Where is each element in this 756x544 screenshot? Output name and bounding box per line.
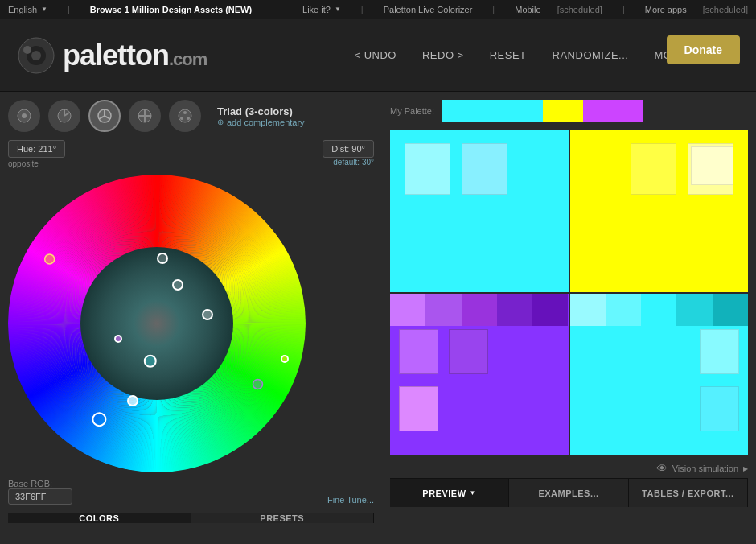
donate-button[interactable]: Donate — [667, 35, 740, 64]
right-panel: My Palette: — [382, 92, 756, 515]
swatch-row-2 — [570, 294, 749, 326]
base-rgb-row: Base RGB: Fine Tune... — [8, 479, 374, 505]
separator-3: | — [492, 5, 495, 14]
hue-label: Hue: 211° — [17, 144, 56, 154]
palette-row: My Palette: — [390, 100, 748, 122]
swatch-10 — [713, 294, 748, 326]
wheel-dot-4[interactable] — [114, 335, 122, 343]
svg-point-20 — [187, 117, 190, 120]
palette-label: My Palette: — [390, 106, 434, 116]
custom-scheme-icon[interactable] — [169, 100, 201, 132]
tables-export-tab[interactable]: TABLES / EXPORT... — [629, 479, 748, 507]
inner-square-1 — [405, 143, 451, 195]
language-label: English — [8, 5, 37, 14]
inner-square-9 — [700, 329, 739, 374]
reset-button[interactable]: RESET — [479, 43, 538, 68]
browse-link[interactable]: Browse 1 Million Design Assets (NEW) — [90, 5, 252, 14]
randomize-button[interactable]: RANDOMIZE... — [541, 43, 640, 68]
main-content: Triad (3-colors) ⊕ add complementary Hue… — [0, 92, 756, 515]
left-panel: Triad (3-colors) ⊕ add complementary Hue… — [0, 92, 382, 515]
inner-square-4 — [631, 143, 677, 195]
scheme-name: Triad (3-colors) — [217, 105, 305, 117]
language-dropdown[interactable]: English ▼ — [8, 5, 47, 14]
wheel-dot-2[interactable] — [172, 279, 183, 291]
wheel-dot-6[interactable] — [281, 355, 289, 363]
base-rgb-label: Base RGB: — [8, 479, 72, 488]
grid-cell-br[interactable] — [570, 294, 749, 455]
triad-scheme-icon[interactable] — [88, 100, 121, 132]
preview-arrow-icon: ▼ — [470, 489, 476, 497]
wheel-dot-1[interactable] — [202, 309, 213, 320]
inner-square-8 — [399, 386, 438, 431]
swatch-8 — [641, 294, 676, 326]
likeit-label: Like it? — [302, 5, 331, 14]
base-rgb-input[interactable] — [8, 488, 72, 505]
preview-tab-label: PREVIEW — [422, 488, 466, 498]
separator-2: | — [361, 5, 364, 14]
swatch-9 — [676, 294, 712, 326]
grid-cell-tl[interactable] — [390, 130, 569, 292]
tetrad-scheme-icon[interactable] — [129, 100, 161, 132]
inner-square-5 — [691, 146, 733, 185]
palette-strip-3[interactable] — [583, 100, 643, 122]
fine-tune-link[interactable]: Fine Tune... — [327, 495, 374, 505]
dist-box: Dist: 90° — [323, 140, 374, 158]
vision-simulation-label[interactable]: Vision simulation — [672, 464, 738, 473]
scheme-selector: Triad (3-colors) ⊕ add complementary — [8, 100, 374, 132]
colors-tab[interactable]: COLORS — [8, 513, 191, 523]
swatch-5 — [532, 294, 568, 326]
presets-tab[interactable]: PRESETS — [191, 513, 375, 523]
swatch-1 — [390, 294, 425, 326]
inner-square-2 — [462, 143, 508, 195]
add-complementary-label: add complementary — [227, 117, 305, 127]
opposite-text: opposite — [8, 159, 65, 168]
analogous-scheme-icon[interactable] — [48, 100, 80, 132]
undo-button[interactable]: < UNDO — [343, 43, 407, 68]
separator-1: | — [68, 5, 70, 14]
right-bottom-tabs: PREVIEW ▼ EXAMPLES... TABLES / EXPORT... — [390, 478, 748, 507]
inner-square-7 — [449, 329, 488, 374]
likeit-dropdown[interactable]: Like it? ▼ — [302, 5, 341, 14]
svg-point-3 — [23, 46, 31, 54]
language-arrow-icon: ▼ — [41, 6, 47, 13]
examples-tab[interactable]: EXAMPLES... — [509, 479, 628, 507]
swatch-7 — [606, 294, 641, 326]
palette-strip-1[interactable] — [442, 100, 543, 122]
hue-dist-row: Hue: 211° opposite Dist: 90° default: 30… — [8, 140, 374, 168]
palette-grid — [390, 130, 748, 455]
more-apps-scheduled: [scheduled] — [703, 5, 748, 14]
palette-strips — [442, 100, 643, 122]
add-complementary-button[interactable]: ⊕ add complementary — [217, 117, 305, 127]
logo-icon — [16, 35, 56, 76]
left-bottom-tabs: COLORS PRESETS — [8, 513, 374, 523]
grid-cell-tr[interactable] — [570, 130, 749, 292]
default-dist-link[interactable]: default: 30° — [333, 158, 374, 167]
separator-4: | — [622, 5, 625, 14]
color-wheel-canvas[interactable] — [8, 175, 306, 472]
grid-cell-bl[interactable] — [390, 294, 569, 455]
wheel-dot-3[interactable] — [157, 253, 168, 264]
browse-text: Browse 1 Million Design Assets (NEW) — [90, 5, 252, 14]
vision-row: 👁 Vision simulation ▶ — [390, 462, 748, 475]
swatch-row — [390, 294, 569, 326]
likeit-arrow-icon: ▼ — [335, 6, 341, 13]
wheel-dot-5[interactable] — [127, 395, 138, 406]
inner-square-6 — [399, 329, 438, 374]
mobile-scheduled: [scheduled] — [557, 5, 602, 14]
preview-tab[interactable]: PREVIEW ▼ — [390, 479, 509, 507]
palette-strip-2[interactable] — [543, 100, 583, 122]
svg-point-19 — [183, 111, 187, 114]
header: paletton.com < UNDO REDO > RESET RANDOMI… — [0, 19, 756, 92]
dist-label: Dist: 90° — [331, 144, 365, 154]
redo-button[interactable]: REDO > — [411, 43, 475, 68]
swatch-4 — [497, 294, 532, 326]
color-wheel-container[interactable] — [8, 175, 306, 472]
scheme-info: Triad (3-colors) ⊕ add complementary — [217, 105, 305, 127]
svg-point-2 — [31, 51, 41, 60]
logo-text: paletton.com — [63, 39, 207, 72]
svg-point-5 — [22, 113, 27, 118]
inner-square-10 — [700, 386, 739, 431]
logo: paletton.com — [16, 35, 207, 76]
mono-scheme-icon[interactable] — [8, 100, 40, 132]
colorizer-label: Paletton Live Colorizer — [384, 5, 473, 14]
